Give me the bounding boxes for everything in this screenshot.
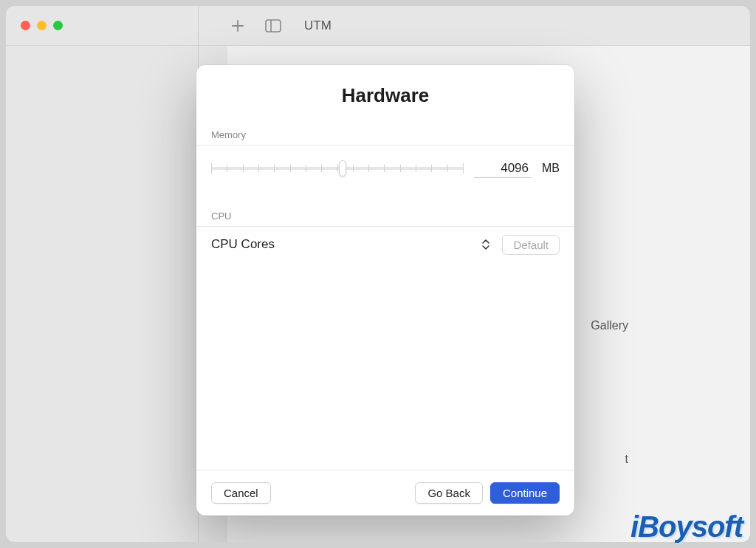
modal-footer: Cancel Go Back Continue [196, 470, 574, 516]
minimize-window-button[interactable] [37, 21, 47, 30]
continue-button[interactable]: Continue [490, 482, 560, 504]
hardware-modal: Hardware Memory MB CPU CPU C [196, 65, 574, 516]
cpu-default-button[interactable]: Default [502, 235, 560, 255]
close-window-button[interactable] [21, 21, 30, 30]
modal-title: Hardware [196, 65, 574, 125]
memory-row: MB [196, 145, 574, 191]
cancel-button[interactable]: Cancel [211, 482, 271, 504]
memory-section-label: Memory [196, 125, 574, 145]
watermark-logo: iBoysoft [630, 510, 743, 544]
titlebar: UTM [6, 6, 750, 46]
traffic-lights [21, 21, 63, 30]
memory-slider[interactable] [211, 160, 464, 177]
background-partial-label: t [625, 453, 628, 466]
slider-thumb[interactable] [339, 160, 346, 177]
slider-ticks [211, 161, 464, 176]
fullscreen-window-button[interactable] [53, 21, 63, 30]
cpu-cores-row: CPU Cores Default [196, 227, 574, 262]
toolbar: UTM [227, 6, 331, 46]
memory-unit-label: MB [542, 162, 560, 175]
sidebar-toggle-icon[interactable] [263, 16, 284, 36]
go-back-button[interactable]: Go Back [415, 482, 483, 504]
cpu-cores-label: CPU Cores [211, 237, 470, 252]
cpu-section: CPU CPU Cores Default [196, 206, 574, 262]
cpu-cores-stepper[interactable] [478, 234, 493, 255]
background-gallery-label: Gallery [591, 319, 628, 332]
chevron-up-icon [481, 239, 490, 244]
app-title: UTM [304, 18, 331, 33]
cpu-section-label: CPU [196, 206, 574, 226]
add-button[interactable] [227, 16, 248, 36]
app-window: UTM Gallery t Hardware Memory MB [6, 6, 750, 542]
svg-rect-0 [266, 20, 281, 32]
memory-value-input[interactable] [474, 159, 532, 178]
chevron-down-icon [481, 244, 490, 250]
